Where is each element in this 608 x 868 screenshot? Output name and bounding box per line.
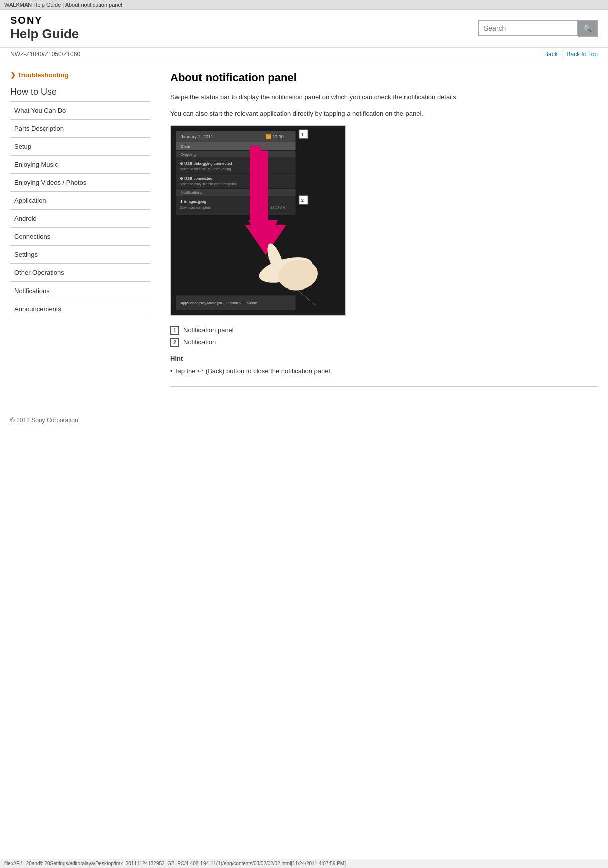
sidebar-item-what-you-can-do[interactable]: What You Can Do — [10, 101, 150, 119]
sidebar-item-android[interactable]: Android — [10, 209, 150, 227]
sidebar-item-setup[interactable]: Setup — [10, 137, 150, 155]
svg-text:⚙ USB connected: ⚙ USB connected — [180, 176, 212, 181]
svg-text:⚙ USB debugging connected: ⚙ USB debugging connected — [180, 161, 232, 165]
header-branding: SONY Help Guide — [10, 15, 79, 42]
svg-text:Download complete: Download complete — [180, 206, 211, 210]
label-badge-1: 1 — [170, 326, 179, 335]
svg-text:2: 2 — [301, 197, 304, 203]
content-description-1: Swipe the status bar to display the noti… — [170, 92, 598, 103]
hint-item: Tap the ↩ (Back) button to close the not… — [170, 365, 598, 377]
search-icon: 🔍 — [583, 24, 592, 32]
sidebar-item-connections[interactable]: Connections — [10, 227, 150, 245]
sidebar-item-enjoying-videos[interactable]: Enjoying Videos / Photos — [10, 173, 150, 191]
sony-logo: SONY — [10, 15, 79, 26]
sidebar-item-settings[interactable]: Settings — [10, 245, 150, 263]
hint-section: Hint Tap the ↩ (Back) button to close th… — [170, 355, 598, 387]
label-row-2: 2 Notification — [170, 338, 598, 347]
hint-text-prefix: Tap the — [174, 367, 197, 375]
svg-rect-6 — [176, 142, 296, 150]
content-title: About notification panel — [170, 71, 598, 84]
sidebar-item-enjoying-music[interactable]: Enjoying Music — [10, 155, 150, 173]
search-container: 🔍 — [478, 20, 598, 37]
device-model: NWZ-Z1040/Z1050/Z1060 — [10, 51, 80, 58]
nav-bar: NWZ-Z1040/Z1050/Z1060 Back | Back to Top — [0, 48, 608, 61]
svg-text:Ongoing: Ongoing — [181, 152, 196, 156]
svg-text:Clear: Clear — [181, 144, 190, 148]
sidebar: Troubleshooting How to Use What You Can … — [10, 71, 150, 387]
sidebar-item-announcements[interactable]: Announcements — [10, 300, 150, 318]
copyright: © 2012 Sony Corporation — [10, 417, 78, 424]
hint-text-suffix: (Back) button to close the notification … — [206, 367, 332, 375]
svg-rect-25 — [250, 145, 261, 220]
back-icon: ↩ — [197, 365, 204, 376]
main-layout: Troubleshooting How to Use What You Can … — [0, 61, 608, 397]
hint-title: Hint — [170, 355, 598, 362]
content-description-2: You can also start the relevant applicat… — [170, 109, 598, 119]
content-area: About notification panel Swipe the statu… — [160, 71, 598, 387]
hint-list: Tap the ↩ (Back) button to close the not… — [170, 365, 598, 377]
notification-panel-image: January 1, 2011 📶 12:00 1 Clear Ongoing … — [170, 125, 346, 316]
svg-text:January 1, 2011: January 1, 2011 — [181, 134, 213, 139]
svg-text:11:07 AM: 11:07 AM — [271, 206, 286, 209]
sidebar-item-notifications[interactable]: Notifications — [10, 281, 150, 300]
back-link[interactable]: Back — [544, 51, 558, 58]
sidebar-troubleshooting[interactable]: Troubleshooting — [10, 71, 150, 79]
header: SONY Help Guide 🔍 — [0, 10, 608, 48]
sidebar-item-other-operations[interactable]: Other Operations — [10, 263, 150, 281]
svg-text:Apps  Video play  Music pla...: Apps Video play Music pla... Original a.… — [181, 301, 257, 305]
svg-text:Select to disable USB debuggin: Select to disable USB debugging. — [180, 167, 232, 171]
search-input[interactable] — [478, 20, 578, 36]
svg-text:Notifications: Notifications — [181, 190, 202, 195]
browser-title: WALKMAN Help Guide | About notification … — [0, 0, 608, 10]
svg-text:1: 1 — [301, 132, 304, 137]
sidebar-items-list: What You Can Do Parts Description Setup … — [10, 101, 150, 318]
footer: © 2012 Sony Corporation — [0, 407, 608, 434]
back-to-top-link[interactable]: Back to Top — [567, 51, 598, 58]
svg-text:📶 12:00: 📶 12:00 — [266, 134, 284, 140]
sidebar-item-application[interactable]: Application — [10, 191, 150, 209]
sidebar-item-parts-description[interactable]: Parts Description — [10, 119, 150, 137]
svg-text:Select to copy files to your c: Select to copy files to your computer. — [180, 182, 237, 186]
label-text-1: Notification panel — [183, 326, 234, 334]
nav-links: Back | Back to Top — [544, 51, 598, 58]
notification-panel-svg: January 1, 2011 📶 12:00 1 Clear Ongoing … — [171, 126, 345, 315]
search-button[interactable]: 🔍 — [578, 20, 598, 37]
label-text-2: Notification — [183, 338, 216, 346]
help-guide-title: Help Guide — [10, 26, 79, 42]
svg-text:⬇ images.jpeg: ⬇ images.jpeg — [180, 199, 206, 204]
label-badge-2: 2 — [170, 338, 179, 347]
label-row-1: 1 Notification panel — [170, 326, 598, 335]
nav-separator: | — [561, 51, 563, 58]
labels-section: 1 Notification panel 2 Notification — [170, 326, 598, 347]
sidebar-section-title: How to Use — [10, 87, 150, 99]
